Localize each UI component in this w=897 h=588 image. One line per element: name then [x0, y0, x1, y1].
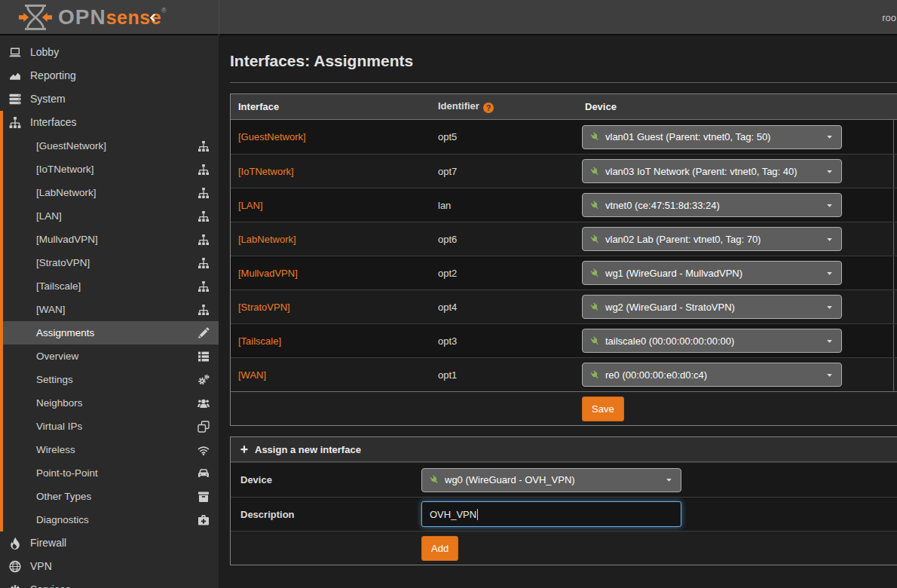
device-select-value: vtnet0 (ce:47:51:8d:33:24) [605, 200, 720, 211]
sidebar-item-system[interactable]: System [0, 87, 219, 111]
opnsense-hourglass-icon [18, 4, 53, 31]
server-icon [8, 93, 22, 106]
device-select-value: re0 (00:00:00:e0:d0:c4) [605, 369, 707, 381]
caret-down-icon [825, 303, 834, 311]
sidebar: Lobby Reporting System Interfaces [0, 35, 219, 588]
sidebar-item-wireless[interactable]: Wireless [3, 438, 219, 461]
sidebar-item-neighbors[interactable]: Neighbors [3, 391, 219, 415]
assign-new-interface-header[interactable]: Assign a new interface [231, 437, 897, 462]
desktop-icon [8, 46, 22, 59]
plug-icon [590, 167, 600, 176]
identifier-text: opt2 [430, 268, 579, 279]
device-select[interactable]: wg1 (WireGuard - MullvadVPN) [582, 261, 842, 285]
device-select[interactable]: vlan01 Guest (Parent: vtnet0, Tag: 50) [582, 125, 842, 149]
device-select[interactable]: vtnet0 (ce:47:51:8d:33:24) [582, 193, 842, 217]
interface-link[interactable]: [LAN] [238, 200, 263, 211]
sidebar-item-lan[interactable]: [LAN] [3, 204, 219, 228]
assignment-row-tailscale: [Tailscale] opt3 tailscale0 (00:00:00:00… [231, 323, 897, 357]
interfaces-section: Interfaces [GuestNetwork] [IoTNetwork] [0, 111, 219, 531]
chevron-left-icon [146, 12, 158, 23]
sidebar-item-tailscale[interactable]: [Tailscale] [3, 274, 219, 298]
save-button[interactable]: Save [582, 397, 624, 421]
new-device-select[interactable]: wg0 (WireGuard - OVH_VPN) [421, 468, 681, 492]
table-footer-row: Save [231, 391, 897, 425]
device-select[interactable]: re0 (00:00:00:e0:d0:c4) [582, 363, 842, 387]
registered-mark: ® [161, 7, 167, 14]
device-field-row: Device wg0 (WireGuard - OVH_VPN) [231, 462, 897, 497]
caret-down-icon [825, 235, 834, 243]
device-select[interactable]: wg2 (WireGuard - StratoVPN) [582, 295, 842, 319]
clone-icon [197, 421, 210, 433]
medkit-icon [197, 514, 210, 526]
sidebar-item-labnetwork[interactable]: [LabNetwork] [3, 181, 219, 204]
sitemap-icon [197, 140, 210, 152]
sitemap-icon [197, 304, 210, 316]
column-header-interface: Interface [231, 101, 430, 112]
page-title: Interfaces: Assignments [219, 35, 897, 70]
sitemap-icon [197, 280, 210, 292]
device-select[interactable]: vlan02 Lab (Parent: vtnet0, Tag: 70) [582, 227, 842, 251]
caret-down-icon [825, 337, 834, 345]
plug-icon [590, 234, 600, 244]
interface-link[interactable]: [WAN] [238, 369, 266, 381]
assignment-row-iotnetwork: [IoTNetwork] opt7 vlan03 IoT Network (Pa… [231, 154, 897, 188]
interface-link[interactable]: [IoTNetwork] [238, 166, 294, 177]
sidebar-item-point-to-point[interactable]: Point-to-Point [3, 461, 219, 485]
sidebar-item-assignments[interactable]: Assignments [3, 321, 219, 345]
assign-new-interface-panel: Assign a new interface Device wg0 (WireG… [230, 436, 897, 565]
sidebar-item-stratovpn[interactable]: [StratoVPN] [3, 251, 219, 274]
sidebar-item-wan[interactable]: [WAN] [3, 298, 219, 321]
sitemap-icon [197, 210, 210, 222]
sidebar-item-firewall[interactable]: Firewall [0, 531, 219, 555]
sidebar-item-overview[interactable]: Overview [3, 345, 219, 368]
sidebar-item-reporting[interactable]: Reporting [0, 64, 219, 87]
plus-icon [240, 445, 249, 454]
sidebar-item-virtual-ips[interactable]: Virtual IPs [3, 415, 219, 438]
sidebar-collapse-button[interactable] [146, 12, 158, 23]
assignment-row-mullvadvpn: [MullvadVPN] opt2 wg1 (WireGuard - Mullv… [231, 256, 897, 289]
brand-text-opn: OPN [58, 5, 106, 29]
add-button[interactable]: Add [421, 536, 458, 561]
assignment-row-lan: [LAN] lan vtnet0 (ce:47:51:8d:33:24) [231, 188, 897, 222]
caret-down-icon [825, 133, 834, 141]
identifier-text: opt7 [430, 166, 579, 177]
interface-link[interactable]: [LabNetwork] [238, 234, 296, 245]
sidebar-item-guestnetwork[interactable]: [GuestNetwork] [3, 134, 219, 158]
interface-link[interactable]: [Tailscale] [238, 335, 281, 347]
sitemap-icon [197, 187, 210, 199]
cogs-icon [197, 374, 210, 386]
brand-logo[interactable]: OPNsense® [18, 4, 167, 31]
users-icon [197, 397, 210, 409]
sitemap-icon [197, 164, 210, 176]
device-select[interactable]: tailscale0 (00:00:00:00:00:00) [582, 329, 842, 353]
sidebar-item-diagnostics[interactable]: Diagnostics [3, 508, 219, 531]
sidebar-item-settings[interactable]: Settings [3, 368, 219, 391]
help-icon[interactable]: ? [483, 103, 494, 113]
plug-icon [430, 475, 439, 485]
identifier-text: opt5 [430, 131, 579, 142]
sitemap-icon [197, 257, 210, 269]
fire-icon [8, 537, 22, 550]
sidebar-item-interfaces[interactable]: Interfaces [3, 111, 219, 134]
top-navbar: OPNsense® roo [0, 0, 897, 35]
sidebar-item-other-types[interactable]: Other Types [3, 485, 219, 508]
interface-link[interactable]: [MullvadVPN] [238, 268, 298, 279]
sidebar-item-mullvadvpn[interactable]: [MullvadVPN] [3, 228, 219, 251]
device-select-value: vlan02 Lab (Parent: vtnet0, Tag: 70) [605, 234, 761, 245]
sidebar-item-lobby[interactable]: Lobby [0, 41, 219, 64]
area-chart-icon [8, 69, 22, 82]
sidebar-item-vpn[interactable]: VPN [0, 555, 219, 578]
assignments-panel: Interface Identifier? Device [GuestNetwo… [230, 93, 897, 426]
description-input[interactable]: OVH_VPN [421, 501, 681, 527]
sidebar-item-services[interactable]: Services [0, 578, 219, 588]
description-input-value: OVH_VPN [430, 509, 476, 520]
interface-link[interactable]: [StratoVPN] [238, 302, 290, 313]
car-icon [197, 467, 210, 479]
device-select[interactable]: vlan03 IoT Network (Parent: vtnet0, Tag:… [582, 159, 842, 183]
interface-link[interactable]: [GuestNetwork] [238, 131, 306, 142]
main-content: Interfaces: Assignments Interface Identi… [219, 35, 897, 588]
sidebar-item-iotnetwork[interactable]: [IoTNetwork] [3, 158, 219, 181]
username-label[interactable]: roo [882, 0, 896, 35]
identifier-text: opt4 [430, 302, 579, 313]
title-divider [230, 82, 897, 83]
